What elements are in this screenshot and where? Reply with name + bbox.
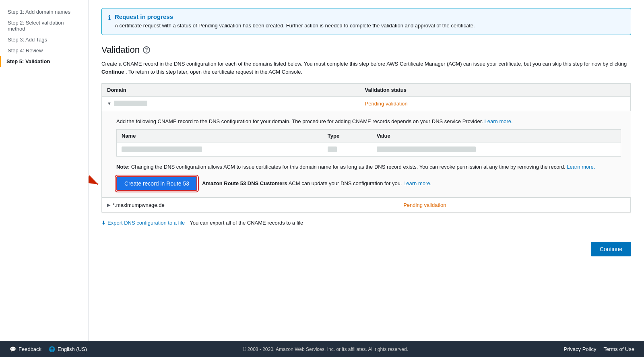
sidebar-item-step4[interactable]: Step 4: Review [0, 45, 88, 56]
cname-col-name: Name [117, 129, 323, 142]
sidebar-item-step1[interactable]: Step 1: Add domain names [0, 6, 88, 17]
download-icon: ⬇ [101, 220, 106, 226]
cname-table: Name Type Value [116, 129, 621, 157]
feedback-button[interactable]: 💬 Feedback [10, 346, 41, 352]
red-arrow [89, 172, 106, 196]
globe-icon: 🌐 [49, 346, 55, 352]
domain1-row: ▼ Pending validation [102, 97, 631, 111]
sidebar-item-step3[interactable]: Step 3: Add Tags [0, 34, 88, 45]
note-text: Note: Changing the DNS configuration all… [116, 163, 621, 171]
col-status: Validation status [360, 84, 631, 97]
cname-row [117, 142, 621, 156]
privacy-link[interactable]: Privacy Policy [564, 346, 596, 352]
sidebar-item-step2[interactable]: Step 2: Select validation method [0, 17, 88, 34]
info-banner: ℹ Request in progress A certificate requ… [101, 8, 631, 35]
domain2-row: ▶ *.maximumpwnage.de Pending validation [102, 198, 631, 212]
learn-more-link-note[interactable]: Learn more. [567, 164, 595, 170]
domain2-table: ▶ *.maximumpwnage.de Pending validation [102, 198, 631, 213]
route53-learn-more[interactable]: Learn more. [403, 180, 431, 186]
cname-name-val [122, 147, 202, 152]
terms-link[interactable]: Terms of Use [603, 346, 634, 352]
domain1-expanded: Add the following CNAME record to the DN… [102, 111, 631, 198]
create-record-button[interactable]: Create record in Route 53 [116, 176, 197, 191]
expanded-desc: Add the following CNAME record to the DN… [116, 118, 621, 126]
banner-title: Request in progress [115, 13, 475, 20]
learn-more-link-1[interactable]: Learn more. [485, 118, 513, 124]
cname-type-val [328, 147, 337, 152]
banner-text: A certificate request with a status of P… [115, 22, 475, 30]
help-icon[interactable]: ? [143, 46, 150, 54]
language-button[interactable]: 🌐 English (US) [49, 346, 87, 352]
expand-icon-domain1[interactable]: ▼ [107, 101, 111, 106]
validation-table-wrap: Domain Validation status ▼ [101, 83, 631, 213]
section-desc: Create a CNAME record in the DNS configu… [101, 60, 631, 77]
validation-table: Domain Validation status ▼ [102, 83, 631, 111]
export-link[interactable]: ⬇ Export DNS configuration to a file [101, 220, 185, 226]
cname-col-value: Value [372, 129, 621, 142]
continue-button[interactable]: Continue [591, 242, 631, 256]
info-icon: ℹ [108, 14, 111, 21]
section-header: Validation ? [101, 45, 631, 55]
sidebar-item-step5[interactable]: Step 5: Validation [0, 56, 88, 67]
chat-icon: 💬 [10, 346, 16, 352]
domain1-status: Pending validation [365, 101, 408, 107]
main-content: ℹ Request in progress A certificate requ… [89, 0, 644, 341]
cname-col-type: Type [323, 129, 372, 142]
bottom-bar: 💬 Feedback 🌐 English (US) © 2008 - 2020,… [0, 341, 644, 357]
footer-actions: Continue [101, 242, 631, 256]
expand-icon-domain2[interactable]: ▶ [107, 202, 110, 208]
domain2-status: Pending validation [403, 202, 446, 208]
section-title: Validation [101, 45, 140, 55]
cname-value-val [377, 147, 476, 152]
sidebar: Step 1: Add domain names Step 2: Select … [0, 0, 89, 341]
domain1-name [114, 101, 147, 106]
col-domain: Domain [102, 84, 360, 97]
button-row: Create record in Route 53 Amazon Route 5… [116, 176, 621, 191]
bottom-bar-copyright: © 2008 - 2020, Amazon Web Services, Inc.… [243, 347, 408, 352]
export-section: ⬇ Export DNS configuration to a file You… [101, 213, 631, 229]
bottom-bar-right: Privacy Policy Terms of Use [564, 346, 634, 352]
route53-text: Amazon Route 53 DNS Customers ACM can up… [202, 180, 431, 186]
export-desc: You can export all of the CNAME records … [190, 220, 303, 226]
domain2-name: *.maximumpwnage.de [113, 202, 165, 208]
bottom-bar-left: 💬 Feedback 🌐 English (US) [10, 346, 87, 352]
